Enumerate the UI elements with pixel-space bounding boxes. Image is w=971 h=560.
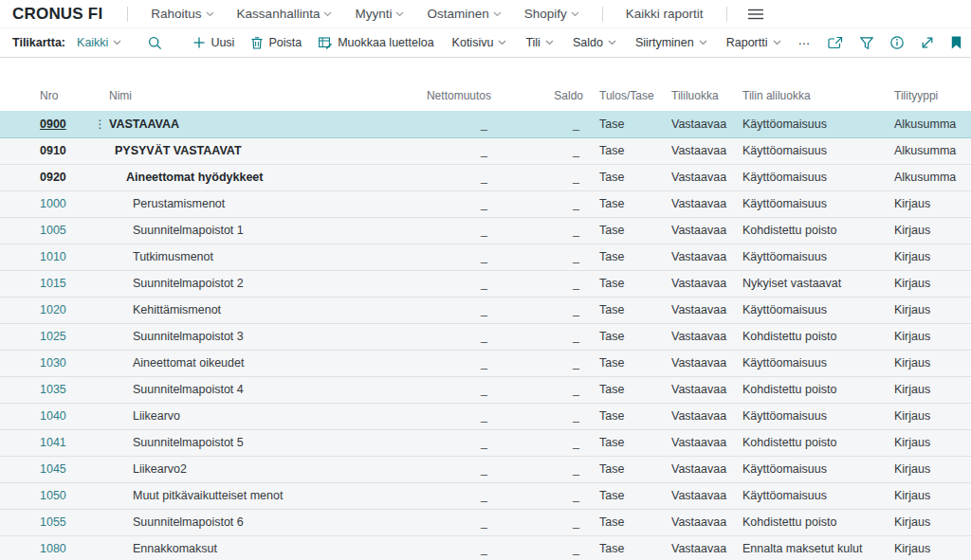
account-name[interactable]: Liikearvo2 — [109, 456, 411, 482]
row-menu-dots-icon[interactable] — [91, 164, 109, 190]
nav-item-myynti[interactable]: Myynti — [343, 7, 415, 21]
row-menu-dots-icon[interactable] — [91, 482, 109, 509]
row-menu-dots-icon[interactable] — [91, 350, 109, 376]
info-icon[interactable] — [882, 36, 912, 49]
account-name[interactable]: Suunnitelmapoistot 4 — [109, 376, 411, 403]
table-row[interactable]: 1030 Aineettomat oikeudet _ _ Tase Vasta… — [0, 350, 971, 376]
row-menu-dots-icon[interactable] — [91, 509, 109, 535]
table-row[interactable]: 1010 Tutkimusmenot _ _ Tase Vastaavaa Kä… — [0, 244, 971, 270]
table-row[interactable]: 1015 Suunnitelmapoistot 2 _ _ Tase Vasta… — [0, 270, 971, 297]
table-row[interactable]: 1055 Suunnitelmapoistot 6 _ _ Tase Vasta… — [0, 509, 971, 535]
table-row[interactable]: 1050 Muut pitkävaikutteiset menot _ _ Ta… — [0, 482, 971, 509]
account-number-link[interactable]: 1050 — [40, 489, 66, 502]
account-name[interactable]: PYSYVÄT VASTAAVAT — [109, 137, 411, 164]
account-name[interactable]: Kehittämismenot — [109, 297, 411, 323]
account-number-link[interactable]: 0910 — [40, 144, 66, 157]
account-name[interactable]: Liikearvo — [109, 403, 411, 429]
search-icon[interactable] — [144, 36, 166, 50]
table-row[interactable]: 1035 Suunnitelmapoistot 4 _ _ Tase Vasta… — [0, 376, 971, 403]
table-row[interactable]: 1005 Suunnitelmapoistot 1 _ _ Tase Vasta… — [0, 217, 971, 244]
account-name[interactable]: Muut pitkävaikutteiset menot — [109, 482, 411, 509]
view-filter-dropdown[interactable]: Kaikki — [77, 36, 121, 49]
row-menu-dots-icon[interactable] — [91, 217, 109, 244]
row-menu-dots-icon[interactable] — [91, 270, 109, 297]
account-name[interactable]: Tutkimusmenot — [109, 244, 411, 270]
account-name[interactable]: Ennakkomaksut — [109, 535, 411, 560]
table-row[interactable]: 1080 Ennakkomaksut _ _ Tase Vastaavaa En… — [0, 535, 971, 560]
nav-item-shopify[interactable]: Shopify — [513, 7, 591, 21]
table-row[interactable]: 1041 Suunnitelmapoistot 5 _ _ Tase Vasta… — [0, 429, 971, 456]
edit-list-button[interactable]: Muokkaa luetteloa — [310, 28, 442, 57]
account-number-link[interactable]: 1041 — [40, 436, 66, 449]
expand-icon[interactable] — [912, 36, 943, 49]
account-name[interactable]: Aineettomat oikeudet — [109, 350, 411, 376]
column-header-tilityyppi[interactable]: Tilityyppi — [894, 79, 971, 111]
menu-siirtyminen[interactable]: Siirtyminen — [626, 36, 717, 49]
row-menu-dots-icon[interactable] — [91, 137, 109, 164]
new-button[interactable]: Uusi — [185, 28, 243, 57]
hamburger-icon[interactable] — [739, 9, 773, 20]
nav-item-kaikki-raportit[interactable]: Kaikki raportit — [614, 7, 715, 21]
row-menu-dots-icon[interactable] — [91, 244, 109, 270]
row-menu-dots-icon[interactable]: ⋮ — [91, 111, 109, 137]
account-number-link[interactable]: 0920 — [40, 171, 66, 184]
account-number-link[interactable]: 1080 — [40, 542, 66, 555]
table-row[interactable]: 1045 Liikearvo2 _ _ Tase Vastaavaa Käytt… — [0, 456, 971, 482]
column-header-tililuokka[interactable]: Tililuokka — [671, 79, 742, 111]
row-menu-dots-icon[interactable] — [91, 403, 109, 429]
account-name[interactable]: Suunnitelmapoistot 5 — [109, 429, 411, 456]
menu-raportti[interactable]: Raportti — [717, 36, 791, 49]
account-number-link[interactable]: 1015 — [40, 277, 66, 290]
row-menu-dots-icon[interactable] — [91, 429, 109, 456]
menu-tili[interactable]: Tili — [516, 36, 563, 49]
account-number-link[interactable]: 1035 — [40, 383, 66, 396]
column-header-nimi[interactable]: Nimi — [109, 79, 411, 111]
account-number-link[interactable]: 0900 — [40, 117, 66, 131]
filter-icon[interactable] — [852, 37, 882, 49]
row-menu-dots-icon[interactable] — [91, 535, 109, 560]
account-name[interactable]: Suunnitelmapoistot 6 — [109, 509, 411, 535]
account-number-link[interactable]: 1010 — [40, 250, 66, 263]
nav-item-ostaminen[interactable]: Ostaminen — [415, 7, 512, 21]
account-name[interactable]: Suunnitelmapoistot 1 — [109, 217, 411, 244]
company-brand[interactable]: CRONUS FI — [12, 5, 102, 24]
account-number-link[interactable]: 1030 — [40, 356, 66, 370]
column-header-saldo[interactable]: Saldo — [491, 79, 583, 111]
more-options-button[interactable]: ⋯ — [791, 36, 820, 50]
column-header-tilin-aliluokka[interactable]: Tilin aliluokka — [742, 79, 894, 111]
account-number-link[interactable]: 1025 — [40, 330, 66, 343]
row-menu-dots-icon[interactable] — [91, 297, 109, 323]
column-header-tulos-tase[interactable]: Tulos/Tase — [583, 79, 671, 111]
account-name[interactable]: Perustamismenot — [109, 190, 411, 217]
table-row[interactable]: 1020 Kehittämismenot _ _ Tase Vastaavaa … — [0, 297, 971, 323]
menu-saldo[interactable]: Saldo — [563, 36, 626, 49]
account-number-link[interactable]: 1045 — [40, 462, 66, 476]
nav-item-rahoitus[interactable]: Rahoitus — [139, 7, 225, 21]
table-row[interactable]: 0920 Aineettomat hyödykkeet _ _ Tase Vas… — [0, 164, 971, 190]
bookmark-icon[interactable] — [943, 36, 970, 49]
delete-button[interactable]: Poista — [243, 28, 310, 57]
account-name[interactable]: Aineettomat hyödykkeet — [109, 164, 411, 190]
account-name[interactable]: VASTAAVAA — [109, 111, 411, 137]
account-number-link[interactable]: 1005 — [40, 224, 66, 237]
menu-kotisivu[interactable]: Kotisivu — [443, 36, 517, 49]
row-menu-dots-icon[interactable] — [91, 376, 109, 403]
column-header-nro[interactable]: Nro — [0, 79, 91, 111]
table-row[interactable]: 1000 Perustamismenot _ _ Tase Vastaavaa … — [0, 190, 971, 217]
table-row[interactable]: 0900 ⋮ VASTAAVAA _ _ Tase Vastaavaa Käyt… — [0, 111, 971, 137]
row-menu-dots-icon[interactable] — [91, 456, 109, 482]
row-menu-dots-icon[interactable] — [91, 190, 109, 217]
column-header-nettomuutos[interactable]: Nettomuutos — [411, 79, 491, 111]
table-row[interactable]: 1025 Suunnitelmapoistot 3 _ _ Tase Vasta… — [0, 323, 971, 350]
row-menu-dots-icon[interactable] — [91, 323, 109, 350]
account-name[interactable]: Suunnitelmapoistot 2 — [109, 270, 411, 297]
table-row[interactable]: 0910 PYSYVÄT VASTAAVAT _ _ Tase Vastaava… — [0, 137, 971, 164]
nav-item-kassanhallinta[interactable]: Kassanhallinta — [226, 7, 344, 21]
account-number-link[interactable]: 1020 — [40, 303, 66, 316]
share-icon[interactable] — [819, 36, 852, 49]
account-name[interactable]: Suunnitelmapoistot 3 — [109, 323, 411, 350]
account-number-link[interactable]: 1000 — [40, 197, 66, 210]
table-row[interactable]: 1040 Liikearvo _ _ Tase Vastaavaa Käyttö… — [0, 403, 971, 429]
account-number-link[interactable]: 1055 — [40, 515, 66, 529]
account-number-link[interactable]: 1040 — [40, 409, 66, 423]
